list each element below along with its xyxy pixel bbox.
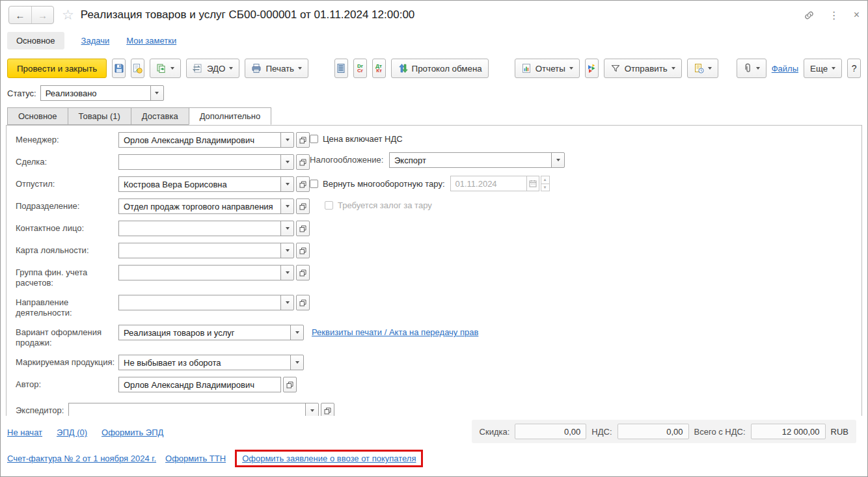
page-title: Реализация товаров и услуг СБ00-000001 о… xyxy=(81,8,414,21)
business-line-dropdown-button[interactable] xyxy=(280,295,294,310)
print-button[interactable]: Печать xyxy=(245,59,308,78)
spinner-down-icon[interactable]: ▼ xyxy=(541,184,550,192)
invoice-link[interactable]: Счет-фактура № 2 от 1 ноября 2024 г. xyxy=(7,454,156,463)
chevron-down-icon xyxy=(286,301,290,304)
create-based-on-icon xyxy=(156,63,167,74)
department-open-button[interactable] xyxy=(296,198,310,214)
post-and-close-button[interactable]: Провести и закрыть xyxy=(7,59,107,78)
dtkt-movements-button[interactable]: ДтКт xyxy=(372,59,386,78)
taxation-input[interactable]: Экспорт xyxy=(389,152,552,168)
released-by-input[interactable]: Кострова Вера Борисовна xyxy=(118,176,281,192)
tab-additional[interactable]: Дополнительно xyxy=(189,107,272,125)
author-open-button[interactable] xyxy=(283,377,297,392)
author-label: Автор: xyxy=(16,377,118,390)
attachments-button[interactable] xyxy=(737,59,766,78)
return-container-date-input[interactable]: 01.11.2024 xyxy=(450,176,527,191)
nav-tab-tasks[interactable]: Задачи xyxy=(81,36,110,46)
return-container-checkbox[interactable] xyxy=(310,180,318,188)
favorite-star-icon[interactable]: ☆ xyxy=(62,7,74,23)
drcr-movements-button[interactable]: DrCr xyxy=(353,59,367,78)
taxation-row: Налогообложение: Экспорт xyxy=(310,152,565,168)
reports-button[interactable]: Отчеты xyxy=(515,59,580,78)
forward-button[interactable]: → xyxy=(31,7,53,23)
nav-tab-notes[interactable]: Мои заметки xyxy=(126,36,176,46)
import-application-link[interactable]: Оформить заявление о ввозе от покупателя xyxy=(242,454,416,463)
marked-products-input[interactable]: Не выбывает из оборота xyxy=(118,355,291,370)
deal-dropdown-button[interactable] xyxy=(280,154,294,170)
manager-open-button[interactable] xyxy=(296,132,310,148)
return-container-date-field: 01.11.2024 ▲▼ xyxy=(450,176,550,191)
calendar-icon[interactable] xyxy=(526,176,539,191)
print-details-link[interactable]: Реквизиты печати / Акта на передачу прав xyxy=(312,325,478,337)
fin-group-input[interactable] xyxy=(118,265,281,280)
fin-group-open-button[interactable] xyxy=(296,265,310,280)
nav-tab-main[interactable]: Основное xyxy=(7,32,64,49)
deal-input[interactable] xyxy=(118,154,281,170)
edo-icon xyxy=(193,63,203,74)
reminder-button[interactable] xyxy=(687,59,718,78)
tab-delivery[interactable]: Доставка xyxy=(131,107,189,125)
ttn-link[interactable]: Оформить ТТН xyxy=(165,454,226,463)
discount-value: 0,00 xyxy=(515,424,586,439)
price-includes-vat-label: Цена включает НДС xyxy=(323,134,403,144)
contact-person-dropdown-button[interactable] xyxy=(280,221,294,236)
chevron-down-icon xyxy=(229,67,233,70)
save-button[interactable] xyxy=(112,59,126,78)
more-button[interactable]: Еще xyxy=(804,59,842,78)
contact-person-open-button[interactable] xyxy=(296,221,310,236)
files-link[interactable]: Файлы xyxy=(772,64,798,74)
return-container-toggle[interactable]: Вернуть многооборотную тару: xyxy=(310,179,445,189)
back-button[interactable]: ← xyxy=(9,7,31,23)
chevron-down-icon xyxy=(671,67,675,70)
currency-label: RUB xyxy=(831,427,848,437)
marked-products-dropdown-button[interactable] xyxy=(290,355,304,370)
contact-person-input[interactable] xyxy=(118,221,281,236)
released-by-dropdown-button[interactable] xyxy=(280,176,294,192)
released-by-open-button[interactable] xyxy=(296,176,310,192)
loyalty-card-open-button[interactable] xyxy=(296,243,310,258)
manager-row: Менеджер: Орлов Александр Владимирович xyxy=(16,132,861,148)
help-button[interactable]: ? xyxy=(847,59,861,78)
tab-main[interactable]: Основное xyxy=(7,107,68,125)
author-input[interactable]: Орлов Александр Владимирович xyxy=(118,377,281,392)
business-line-open-button[interactable] xyxy=(296,295,310,310)
status-dropdown-button[interactable] xyxy=(150,85,164,101)
fin-group-label: Группа фин. учета расчетов: xyxy=(16,265,113,288)
sale-option-label: Вариант оформления продажи: xyxy=(16,325,113,348)
loyalty-card-input[interactable] xyxy=(118,243,281,258)
epd-create-link[interactable]: Оформить ЭПД xyxy=(102,428,163,437)
create-based-on-button[interactable] xyxy=(150,59,181,78)
status-input[interactable]: Реализовано xyxy=(40,85,151,101)
manager-input[interactable]: Орлов Александр Владимирович xyxy=(118,132,281,148)
taxation-dropdown-button[interactable] xyxy=(551,152,565,168)
send-button[interactable]: Отправить xyxy=(604,59,682,78)
epd-count-link[interactable]: ЭПД (0) xyxy=(57,428,87,437)
document-register-button[interactable] xyxy=(334,59,348,78)
date-spinner[interactable]: ▲▼ xyxy=(541,176,550,191)
exchange-protocol-icon xyxy=(398,63,408,74)
loyalty-card-dropdown-button[interactable] xyxy=(280,243,294,258)
epd-status-link[interactable]: Не начат xyxy=(7,428,42,437)
department-dropdown-button[interactable] xyxy=(280,198,294,214)
edo-button[interactable]: ЭДО xyxy=(186,59,240,78)
sale-option-input[interactable]: Реализация товаров и услуг xyxy=(118,325,291,340)
deal-open-button[interactable] xyxy=(296,154,310,170)
status-row: Статус: Реализовано xyxy=(1,83,867,107)
fin-group-dropdown-button[interactable] xyxy=(280,265,294,280)
post-document-button[interactable] xyxy=(131,59,144,78)
related-documents-button[interactable] xyxy=(585,59,599,78)
price-includes-vat-checkbox[interactable] xyxy=(310,135,318,143)
contact-person-row: Контактное лицо: xyxy=(16,221,861,236)
close-icon[interactable]: × xyxy=(854,9,860,21)
document-tabs: Основное Товары (1) Доставка Дополнитель… xyxy=(1,107,867,125)
department-input[interactable]: Отдел продаж торгового направления xyxy=(118,198,281,214)
forwarder-label: Экспедитор: xyxy=(16,403,68,416)
exchange-protocol-button[interactable]: Протокол обмена xyxy=(391,59,489,78)
sale-option-dropdown-button[interactable] xyxy=(290,325,304,340)
price-includes-vat-row[interactable]: Цена включает НДС xyxy=(310,134,403,144)
more-menu-icon[interactable]: ⋮ xyxy=(829,9,839,21)
get-link-icon[interactable] xyxy=(804,10,815,21)
tab-goods[interactable]: Товары (1) xyxy=(68,107,131,125)
business-line-input[interactable] xyxy=(118,295,281,310)
manager-dropdown-button[interactable] xyxy=(280,132,294,148)
